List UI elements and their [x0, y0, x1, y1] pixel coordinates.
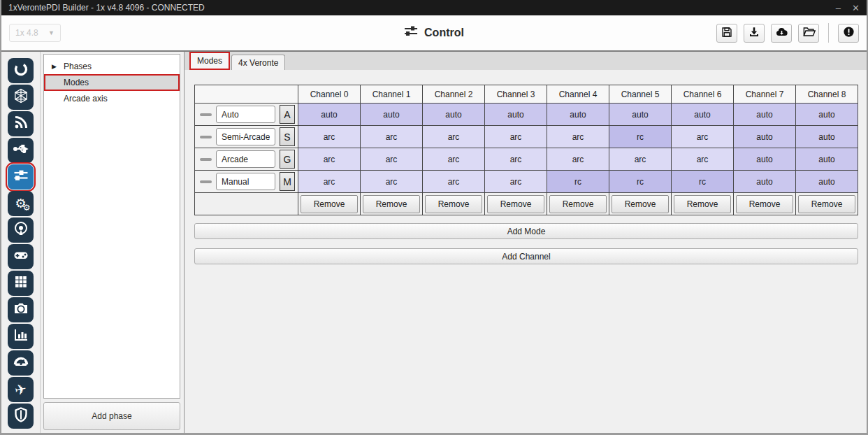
remove-channel-3-button[interactable]: Remove [487, 195, 544, 213]
mode-cell-r1-c4[interactable]: arc [547, 126, 609, 148]
mode-cell-r1-c7[interactable]: auto [734, 126, 796, 148]
page-title: Control [404, 24, 464, 41]
cloud-download-button[interactable] [771, 24, 792, 43]
version-dropdown[interactable]: 1x 4.8 ▼ [9, 24, 61, 42]
mode-cell-r2-c0[interactable]: arc [298, 148, 361, 171]
remove-channel-4-button[interactable]: Remove [549, 195, 607, 213]
remove-channel-5-button[interactable]: Remove [612, 195, 669, 213]
module-sidebar: ⚙⚙✈ [1, 52, 41, 433]
mode-cell-r2-c1[interactable]: arc [361, 148, 423, 171]
mode-cell-r0-c5[interactable]: auto [609, 104, 672, 126]
mode-cell-r3-c0[interactable]: arc [298, 171, 361, 193]
save-button[interactable] [716, 24, 737, 43]
mode-cell-r3-c4[interactable]: rc [547, 171, 609, 193]
mode-cell-r2-c6[interactable]: arc [672, 148, 734, 171]
mode-cell-r2-c5[interactable]: arc [609, 148, 672, 171]
mode-cell-r3-c1[interactable]: arc [361, 171, 423, 193]
mode-key-button[interactable]: M [280, 172, 295, 191]
mode-cell-r1-c0[interactable]: arc [298, 126, 361, 148]
channel-header-row: Channel 0Channel 1Channel 2Channel 3Chan… [195, 85, 858, 104]
add-channel-button[interactable]: Add Channel [194, 248, 858, 264]
mode-cell-r0-c0[interactable]: auto [298, 104, 361, 126]
sidebar-item-radio-beacon[interactable] [8, 218, 34, 243]
sidebar-item-camera[interactable] [8, 297, 34, 322]
tree-item-phases[interactable]: ▶Phases [44, 59, 180, 74]
mode-cell-r0-c8[interactable]: auto [796, 104, 858, 126]
shield-icon [13, 406, 29, 426]
mode-cell-r1-c3[interactable]: arc [485, 126, 547, 148]
mode-cell-r0-c2[interactable]: auto [423, 104, 485, 126]
sidebar-item-shield[interactable] [8, 404, 34, 429]
mode-key-button[interactable]: G [280, 150, 295, 169]
remove-channel-8-button[interactable]: Remove [798, 195, 855, 213]
remove-channel-6-button[interactable]: Remove [674, 195, 731, 213]
drag-handle[interactable] [200, 180, 212, 183]
drag-handle[interactable] [200, 113, 212, 116]
sidebar-item-power-ring[interactable] [8, 58, 34, 83]
camera-icon [13, 300, 29, 320]
tab-4x-veronte[interactable]: 4x Veronte [231, 55, 285, 70]
sidebar-item-gears[interactable]: ⚙⚙ [8, 191, 34, 216]
mode-cell-r0-c7[interactable]: auto [734, 104, 796, 126]
sidebar-item-mesh-sphere[interactable] [8, 85, 34, 110]
channel-header-5: Channel 5 [609, 85, 672, 104]
alert-button[interactable] [838, 24, 859, 43]
mode-row-auto: Aautoautoautoautoautoautoautoautoauto [195, 104, 858, 126]
mode-key-button[interactable]: A [280, 105, 295, 124]
mode-cell-r1-c5[interactable]: rc [609, 126, 672, 148]
mode-name-input[interactable] [216, 106, 275, 123]
mode-cell-r2-c3[interactable]: arc [485, 148, 547, 171]
remove-channel-1-button[interactable]: Remove [363, 195, 420, 213]
mode-cell-r0-c6[interactable]: auto [672, 104, 734, 126]
remove-channel-2-button[interactable]: Remove [425, 195, 482, 213]
mode-cell-r0-c1[interactable]: auto [361, 104, 423, 126]
tree-item-arcade-axis[interactable]: Arcade axis [44, 91, 180, 106]
mode-cell-r3-c8[interactable]: auto [796, 171, 858, 193]
mode-cell-r3-c6[interactable]: rc [672, 171, 734, 193]
expand-arrow-icon[interactable]: ▶ [52, 63, 64, 70]
mode-cell-r2-c4[interactable]: arc [547, 148, 609, 171]
download-button[interactable] [744, 24, 765, 43]
tree-item-modes[interactable]: Modes [44, 74, 180, 91]
save-icon [721, 26, 733, 41]
mode-cell-r2-c7[interactable]: auto [734, 148, 796, 171]
alert-icon [842, 25, 855, 41]
add-phase-button[interactable]: Add phase [43, 402, 180, 430]
minimize-button[interactable]: – [836, 3, 841, 13]
drag-handle[interactable] [200, 158, 212, 161]
modes-table-head: Channel 0Channel 1Channel 2Channel 3Chan… [195, 85, 858, 104]
mode-name-input[interactable] [216, 128, 275, 145]
mode-cell-r3-c2[interactable]: arc [423, 171, 485, 193]
mode-cell-r1-c6[interactable]: arc [672, 126, 734, 148]
remove-channel-7-button[interactable]: Remove [736, 195, 793, 213]
sidebar-item-control-sliders[interactable] [8, 164, 34, 190]
remove-channel-0-button[interactable]: Remove [301, 195, 358, 213]
drag-handle[interactable] [200, 136, 212, 138]
mode-cell-r1-c1[interactable]: arc [361, 126, 423, 148]
sidebar-item-bar-chart[interactable] [8, 324, 34, 349]
close-button[interactable]: ✕ [852, 3, 860, 13]
mode-cell-r1-c8[interactable]: auto [796, 126, 858, 148]
mode-cell-r3-c5[interactable]: rc [609, 171, 672, 193]
channel-header-4: Channel 4 [547, 85, 609, 104]
mode-cell-r2-c8[interactable]: auto [796, 148, 858, 171]
sidebar-item-plane[interactable]: ✈ [8, 377, 34, 402]
sidebar-item-telemetry[interactable] [8, 111, 34, 136]
mode-cell-r3-c3[interactable]: arc [485, 171, 547, 193]
mode-name-input[interactable] [216, 173, 275, 190]
mode-cell-r2-c2[interactable]: arc [423, 148, 485, 171]
sidebar-item-gauge[interactable] [8, 350, 34, 376]
open-folder-button[interactable] [798, 24, 819, 43]
tab-modes[interactable]: Modes [189, 52, 230, 70]
mode-name-input[interactable] [216, 150, 275, 168]
add-mode-button[interactable]: Add Mode [194, 223, 858, 239]
sidebar-item-grid[interactable] [8, 271, 34, 296]
sidebar-item-usb[interactable] [8, 138, 34, 163]
mode-key-button[interactable]: S [280, 127, 295, 146]
mode-cell-r3-c7[interactable]: auto [734, 171, 796, 193]
mode-cell-r0-c3[interactable]: auto [485, 104, 547, 126]
sidebar-item-gamepad[interactable] [8, 244, 34, 269]
channel-header-6: Channel 6 [672, 85, 734, 104]
mode-cell-r0-c4[interactable]: auto [547, 104, 609, 126]
mode-cell-r1-c2[interactable]: arc [423, 126, 485, 148]
